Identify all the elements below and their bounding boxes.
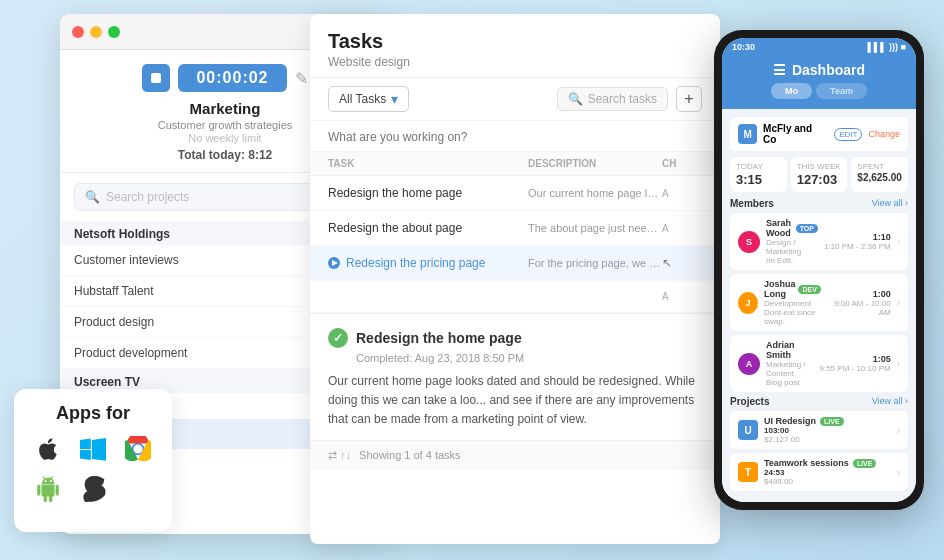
apps-for-title: Apps for — [30, 403, 156, 424]
windows-icon[interactable] — [80, 436, 106, 466]
task-name: Redesign the about page — [328, 221, 528, 235]
dashboard-title: Dashboard — [792, 62, 865, 78]
member-range: 1:10 PM - 2:36 PM — [824, 242, 891, 251]
add-task-button[interactable]: + — [676, 86, 702, 112]
task-name: Redesign the home page — [328, 186, 528, 200]
col-ch: CH — [662, 158, 702, 169]
chrome-icon[interactable] — [125, 436, 151, 466]
search-icon: 🔍 — [568, 92, 583, 106]
client-info: McFly and Co — [763, 123, 825, 145]
traffic-lights — [72, 26, 120, 38]
task-search-bar[interactable]: 🔍 Search tasks — [557, 87, 668, 111]
project-label: Product development — [74, 346, 187, 360]
project-card[interactable]: T Teamwork sessions LIVE 24:53 $489.00 › — [730, 453, 908, 491]
stat-today: TODAY 3:15 — [730, 157, 787, 192]
project-name: Marketing — [190, 100, 261, 117]
member-row[interactable]: J Joshua Long DEV Development Dont-eat s… — [730, 274, 908, 331]
member-info: Joshua Long DEV Development Dont-eat sin… — [764, 279, 821, 326]
task-action: A — [662, 188, 702, 199]
task-playing-indicator: Redesign the pricing page — [328, 256, 528, 270]
client-name: McFly and Co — [763, 123, 825, 145]
stop-icon — [151, 73, 161, 83]
task-name: Redesign the pricing page — [346, 256, 485, 270]
filter-dropdown[interactable]: All Tasks ▾ — [328, 86, 409, 112]
client-avatar: M — [738, 124, 757, 144]
working-on-bar[interactable] — [310, 121, 720, 152]
member-avatar: A — [738, 353, 760, 375]
stat-week: THIS WEEK 127:03 — [791, 157, 848, 192]
linux-icon[interactable] — [80, 476, 106, 506]
member-badge: DEV — [798, 285, 820, 294]
maximize-button[interactable] — [108, 26, 120, 38]
member-role2: Dont-eat since swap. — [764, 308, 821, 326]
member-role: Marketing / Content — [766, 360, 814, 378]
project-info: UI Redesign LIVE 103:00 $2,127.00 — [764, 416, 891, 444]
task-row[interactable]: Redesign the about page The about page j… — [310, 211, 720, 246]
menu-icon[interactable]: ☰ — [773, 62, 786, 78]
tab-bar: Mo Team — [732, 83, 906, 99]
detail-task-name: Redesign the home page — [356, 330, 522, 346]
edit-badge[interactable]: EDIT — [834, 128, 862, 141]
stop-button[interactable] — [142, 64, 170, 92]
project-status-badge: LIVE — [853, 459, 877, 468]
member-row[interactable]: A Adrian Smith Marketing / Content Blog … — [730, 335, 908, 392]
project-subtitle: Customer growth strategies — [158, 119, 293, 131]
total-today: Total today: 8:12 — [178, 148, 272, 162]
task-row[interactable]: A — [310, 281, 720, 313]
change-button[interactable]: Change — [868, 129, 900, 139]
stat-today-value: 3:15 — [736, 172, 781, 187]
tasks-subtitle: Website design — [328, 55, 702, 69]
no-limit-label: No weekly limit — [188, 132, 261, 144]
project-avatar: T — [738, 462, 758, 482]
task-desc: Our current home page looks dated and sh… — [528, 187, 662, 199]
member-row[interactable]: S Sarah Wood TOP Design / Marketing Im E… — [730, 213, 908, 270]
project-card-name: UI Redesign — [764, 416, 816, 426]
member-avatar: S — [738, 231, 760, 253]
project-hours: 24:53 — [764, 468, 891, 477]
project-status-badge: LIVE — [820, 417, 844, 426]
phone-frame: 10:30 ▌▌▌ ))) ■ ☰ Dashboard Mo Team M — [714, 30, 924, 510]
project-avatar: U — [738, 420, 758, 440]
project-hours: 103:00 — [764, 426, 891, 435]
member-avatar: J — [738, 292, 758, 314]
member-role2: Im Edit. — [766, 256, 818, 265]
member-role2: Blog post — [766, 378, 814, 387]
edit-timer-icon[interactable]: ✎ — [295, 69, 308, 88]
project-label: Product design — [74, 315, 154, 329]
view-all-members[interactable]: View all › — [872, 198, 908, 209]
status-icons: ▌▌▌ ))) ■ — [867, 42, 906, 52]
task-row[interactable]: Redesign the home page Our current home … — [310, 176, 720, 211]
close-button[interactable] — [72, 26, 84, 38]
apple-icon[interactable] — [35, 436, 61, 466]
chevron-right-icon: › — [897, 467, 900, 478]
task-row-active[interactable]: Redesign the pricing page For the pricin… — [310, 246, 720, 281]
project-label: Hubstaff Talent — [74, 284, 154, 298]
footer-icons: ⇄ ↑↓ — [328, 449, 351, 462]
task-complete-icon: ✓ — [328, 328, 348, 348]
view-all-projects[interactable]: View all › — [872, 396, 908, 407]
col-task: TASK — [328, 158, 528, 169]
mobile-phone: 10:30 ▌▌▌ ))) ■ ☰ Dashboard Mo Team M — [714, 30, 924, 510]
member-hours: 1:10 — [824, 232, 891, 242]
member-info: Sarah Wood TOP Design / Marketing Im Edi… — [766, 218, 818, 265]
minimize-button[interactable] — [90, 26, 102, 38]
chevron-right-icon: › — [897, 297, 900, 308]
member-badge: TOP — [796, 224, 818, 233]
member-name: Adrian Smith — [766, 340, 814, 360]
task-detail-title: ✓ Redesign the home page — [328, 328, 702, 348]
stat-spent-value: $2,625.00 — [857, 172, 902, 183]
project-card[interactable]: U UI Redesign LIVE 103:00 $2,127.00 › — [730, 411, 908, 449]
stats-row: TODAY 3:15 THIS WEEK 127:03 SPENT $2,625… — [730, 157, 908, 192]
apps-for-panel: Apps for — [14, 389, 172, 532]
filter-label: All Tasks — [339, 92, 386, 106]
project-info: Teamwork sessions LIVE 24:53 $489.00 — [764, 458, 891, 486]
chevron-right-icon: › — [897, 425, 900, 436]
working-on-input[interactable] — [328, 130, 702, 144]
tab-mo[interactable]: Mo — [771, 83, 812, 99]
tab-team[interactable]: Team — [816, 83, 867, 99]
android-icon[interactable] — [35, 476, 61, 506]
task-action: A — [662, 223, 702, 234]
task-detail-description: Our current home page looks dated and sh… — [328, 372, 702, 430]
member-initial: S — [746, 237, 752, 247]
play-icon — [328, 257, 340, 269]
